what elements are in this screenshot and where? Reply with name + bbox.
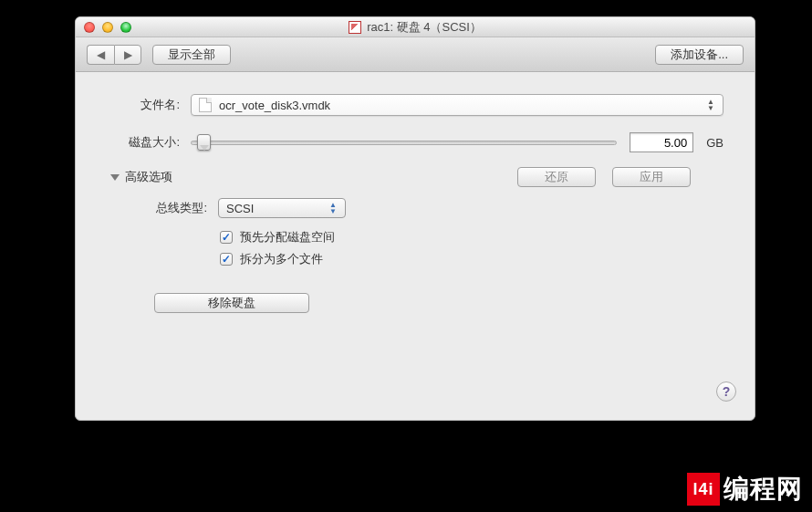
add-device-button[interactable]: 添加设备... bbox=[655, 45, 744, 65]
window-title-text: rac1: 硬盘 4（SCSI） bbox=[367, 19, 482, 36]
bus-type-label: 总线类型: bbox=[107, 200, 207, 216]
preallocate-row: ✓ 预先分配磁盘空间 bbox=[220, 229, 724, 246]
bus-type-value: SCSI bbox=[226, 202, 254, 215]
updown-arrows-icon: ▲▼ bbox=[704, 97, 717, 113]
footer-row: 移除硬盘 bbox=[107, 293, 724, 313]
back-button[interactable]: ◀ bbox=[87, 45, 114, 65]
disk-size-input[interactable] bbox=[630, 132, 693, 152]
updown-arrows-icon: ▲▼ bbox=[327, 201, 339, 215]
disk-size-unit: GB bbox=[706, 136, 724, 150]
window-title: rac1: 硬盘 4（SCSI） bbox=[76, 19, 755, 36]
zoom-icon[interactable] bbox=[120, 22, 131, 33]
bus-type-select[interactable]: SCSI ▲▼ bbox=[218, 198, 346, 218]
content-area: 文件名: ocr_vote_disk3.vmdk ▲▼ 磁盘大小: GB 高级选… bbox=[76, 72, 755, 328]
traffic-lights bbox=[76, 22, 131, 33]
nav-segment: ◀ ▶ bbox=[87, 45, 141, 65]
forward-button[interactable]: ▶ bbox=[114, 45, 141, 65]
advanced-label: 高级选项 bbox=[125, 169, 172, 185]
watermark: l4i 编程网 bbox=[687, 472, 803, 507]
file-icon bbox=[199, 98, 212, 112]
titlebar: rac1: 硬盘 4（SCSI） bbox=[76, 17, 755, 37]
minimize-icon[interactable] bbox=[102, 22, 113, 33]
settings-window: rac1: 硬盘 4（SCSI） ◀ ▶ 显示全部 添加设备... 文件名: o… bbox=[75, 16, 755, 421]
revert-button[interactable]: 还原 bbox=[517, 167, 596, 187]
disk-size-slider[interactable] bbox=[191, 141, 617, 145]
watermark-logo: l4i bbox=[687, 473, 720, 506]
watermark-text: 编程网 bbox=[724, 472, 803, 507]
bus-type-row: 总线类型: SCSI ▲▼ bbox=[107, 198, 724, 218]
preallocate-label: 预先分配磁盘空间 bbox=[240, 229, 335, 246]
vm-icon bbox=[349, 21, 361, 34]
remove-disk-button[interactable]: 移除硬盘 bbox=[154, 293, 309, 313]
chevron-down-icon bbox=[110, 174, 120, 181]
preallocate-checkbox[interactable]: ✓ bbox=[220, 231, 233, 244]
filename-select[interactable]: ocr_vote_disk3.vmdk ▲▼ bbox=[191, 94, 724, 116]
filename-row: 文件名: ocr_vote_disk3.vmdk ▲▼ bbox=[107, 94, 724, 116]
split-checkbox[interactable]: ✓ bbox=[220, 253, 233, 266]
split-row: ✓ 拆分为多个文件 bbox=[220, 251, 724, 267]
advanced-header[interactable]: 高级选项 还原 应用 bbox=[110, 169, 724, 185]
disk-size-controls: GB bbox=[191, 132, 724, 152]
show-all-button[interactable]: 显示全部 bbox=[152, 45, 231, 65]
filename-value: ocr_vote_disk3.vmdk bbox=[219, 99, 330, 112]
apply-button[interactable]: 应用 bbox=[612, 167, 691, 187]
close-icon[interactable] bbox=[84, 22, 95, 33]
filename-label: 文件名: bbox=[107, 97, 180, 113]
split-label: 拆分为多个文件 bbox=[240, 251, 323, 267]
slider-thumb[interactable] bbox=[197, 134, 211, 151]
disk-size-row: 磁盘大小: GB bbox=[107, 132, 724, 152]
toolbar: ◀ ▶ 显示全部 添加设备... bbox=[76, 37, 755, 72]
disk-size-label: 磁盘大小: bbox=[107, 134, 180, 151]
help-button[interactable]: ? bbox=[716, 381, 736, 402]
